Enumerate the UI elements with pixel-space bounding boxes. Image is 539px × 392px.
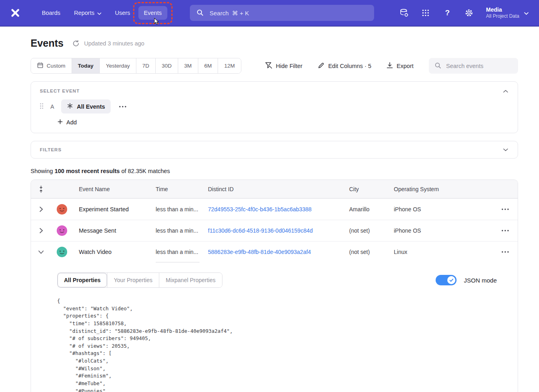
os-cell: Linux bbox=[389, 249, 493, 255]
distinct-id-link[interactable]: 72d49553-25fc-4f0c-b436-1b5ac6ab3388 bbox=[208, 206, 312, 213]
events-page: Events Updated 3 minutes ago Custom Toda… bbox=[0, 37, 539, 392]
event-name-cell: Watch Video bbox=[73, 249, 151, 255]
expand-chevron-down-icon[interactable] bbox=[502, 148, 509, 152]
date-range-7d[interactable]: 7D bbox=[136, 58, 155, 73]
settings-gear-icon[interactable] bbox=[464, 8, 474, 18]
collapse-chevron-up-icon[interactable] bbox=[502, 89, 509, 93]
search-icon bbox=[434, 62, 441, 70]
data-management-icon[interactable] bbox=[399, 8, 409, 18]
event-chip-all-events[interactable]: All Events bbox=[61, 99, 111, 113]
hide-filter-button[interactable]: Hide Filter bbox=[265, 62, 302, 70]
json-mode-control: JSON mode bbox=[436, 275, 497, 285]
distinct-id-link[interactable]: f11c30d6-dc6d-4518-9136-0d046159c84d bbox=[208, 227, 313, 234]
pencil-icon bbox=[318, 62, 325, 70]
date-range-6m[interactable]: 6M bbox=[198, 58, 218, 73]
event-name-cell: Message Sent bbox=[73, 227, 151, 234]
refresh-icon[interactable] bbox=[72, 40, 80, 47]
calendar-icon bbox=[37, 62, 43, 70]
primary-nav: Boards Reports Users Events bbox=[36, 6, 167, 20]
column-header-event-name[interactable]: Event Name bbox=[73, 186, 151, 192]
event-row-letter: A bbox=[49, 103, 55, 110]
column-header-time[interactable]: Time bbox=[151, 180, 204, 198]
global-search[interactable] bbox=[190, 5, 374, 21]
global-search-input[interactable] bbox=[209, 9, 368, 17]
nav-events[interactable]: Events bbox=[138, 6, 167, 20]
select-event-panel: SELECT EVENT A All Events bbox=[31, 81, 518, 133]
search-icon bbox=[196, 9, 204, 17]
city-cell: (not set) bbox=[344, 227, 389, 234]
tab-all-properties[interactable]: All Properties bbox=[58, 273, 107, 287]
date-range-30d[interactable]: 30D bbox=[155, 58, 178, 73]
date-range-yesterday[interactable]: Yesterday bbox=[99, 58, 136, 73]
chevron-down-icon bbox=[97, 10, 101, 16]
row-more-menu-icon[interactable] bbox=[493, 228, 518, 233]
column-header-city[interactable]: City bbox=[344, 186, 389, 192]
date-range-3m[interactable]: 3M bbox=[178, 58, 198, 73]
os-cell: iPhone OS bbox=[389, 227, 493, 234]
city-cell: (not set) bbox=[344, 249, 389, 255]
row-expand-chevron-icon[interactable] bbox=[31, 220, 51, 241]
toggle-knob bbox=[447, 276, 455, 284]
nav-users[interactable]: Users bbox=[109, 6, 136, 20]
add-event-button[interactable]: Add bbox=[58, 119, 77, 126]
tab-your-properties[interactable]: Your Properties bbox=[107, 273, 159, 287]
plus-icon bbox=[58, 119, 63, 126]
select-event-title: SELECT EVENT bbox=[40, 89, 80, 93]
json-mode-toggle[interactable] bbox=[436, 275, 457, 285]
time-cell: less than a min... bbox=[151, 199, 204, 220]
json-mode-label: JSON mode bbox=[464, 277, 497, 284]
collapse-all-rows-icon[interactable] bbox=[31, 186, 51, 193]
apps-grid-icon[interactable] bbox=[421, 8, 430, 18]
time-cell: less than a min... bbox=[151, 241, 204, 262]
row-collapse-chevron-icon[interactable] bbox=[31, 241, 51, 262]
results-count: 100 most recent results bbox=[55, 168, 120, 174]
filter-funnel-icon bbox=[265, 62, 272, 70]
column-header-operating-system[interactable]: Operating System bbox=[389, 186, 493, 192]
distinct-id-link[interactable]: 5886283e-e9fb-48fb-81de-40e9093a2af4 bbox=[208, 249, 311, 255]
project-scope: All Project Data bbox=[486, 13, 519, 19]
avatar bbox=[51, 225, 73, 236]
os-cell: iPhone OS bbox=[389, 206, 493, 213]
nav-events-wrap: Events bbox=[138, 6, 167, 20]
distinct-id-cell: 72d49553-25fc-4f0c-b436-1b5ac6ab3388 bbox=[204, 206, 344, 213]
edit-columns-button[interactable]: Edit Columns · 5 bbox=[318, 62, 371, 70]
mixpanel-logo-icon[interactable] bbox=[10, 8, 21, 18]
city-cell: Amarillo bbox=[344, 206, 389, 213]
navbar-right: ? Media All Project Data bbox=[399, 6, 529, 20]
filters-panel: FILTERS bbox=[31, 141, 518, 159]
properties-tabs: All Properties Your Properties Mixpanel … bbox=[57, 272, 222, 288]
results-summary: Showing 100 most recent results of 82.35… bbox=[31, 168, 518, 174]
search-events-input[interactable] bbox=[445, 62, 512, 70]
drag-handle-icon[interactable] bbox=[40, 103, 43, 110]
row-more-menu-icon[interactable] bbox=[493, 250, 518, 254]
nav-reports[interactable]: Reports bbox=[68, 6, 107, 20]
event-more-menu-icon[interactable] bbox=[117, 104, 129, 109]
download-icon bbox=[387, 62, 393, 70]
column-header-distinct-id[interactable]: Distinct ID bbox=[204, 186, 344, 192]
distinct-id-cell: 5886283e-e9fb-48fb-81de-40e9093a2af4 bbox=[204, 249, 344, 255]
date-range-group: Custom Today Yesterday 7D 30D 3M 6M 12M bbox=[31, 58, 241, 74]
table-row-expanded: Watch Video less than a min... 5886283e-… bbox=[31, 241, 518, 262]
toolbar-right: Hide Filter Edit Columns · 5 Export bbox=[265, 58, 518, 74]
event-name-cell: Experiment Started bbox=[73, 206, 151, 213]
tab-mixpanel-properties[interactable]: Mixpanel Properties bbox=[159, 273, 222, 287]
row-expand-chevron-icon[interactable] bbox=[31, 199, 51, 220]
help-icon[interactable]: ? bbox=[442, 8, 452, 18]
page-header: Events Updated 3 minutes ago bbox=[31, 37, 518, 49]
table-row: Experiment Started less than a min... 72… bbox=[31, 198, 518, 220]
export-button[interactable]: Export bbox=[387, 62, 414, 70]
nav-boards[interactable]: Boards bbox=[36, 6, 66, 20]
avatar bbox=[51, 204, 73, 215]
date-range-custom[interactable]: Custom bbox=[31, 58, 72, 73]
updated-timestamp: Updated 3 minutes ago bbox=[84, 40, 144, 47]
search-events-field[interactable] bbox=[429, 58, 518, 74]
avatar bbox=[51, 246, 73, 258]
json-code-block: { "event": "Watch Video", "properties": … bbox=[57, 297, 497, 392]
date-range-12m[interactable]: 12M bbox=[218, 58, 241, 73]
page-title: Events bbox=[31, 37, 64, 49]
chevron-down-icon bbox=[524, 10, 529, 16]
top-navbar: Boards Reports Users Events bbox=[0, 0, 539, 27]
project-selector[interactable]: Media All Project Data bbox=[486, 6, 529, 20]
date-range-today[interactable]: Today bbox=[72, 58, 100, 73]
row-more-menu-icon[interactable] bbox=[493, 207, 518, 212]
